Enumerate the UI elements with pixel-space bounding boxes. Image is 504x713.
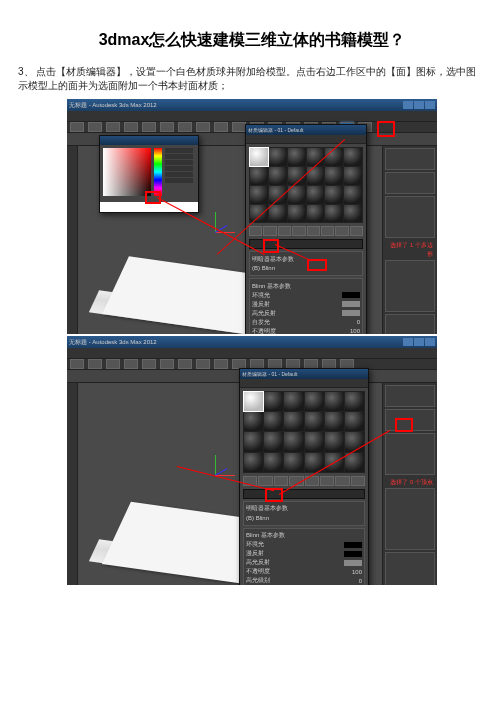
material-swatch-grid[interactable] (249, 147, 363, 223)
step-paragraph: 3、 点击【材质编辑器】，设置一个白色材质球并附加给模型。点击右边工作区中的【面… (18, 65, 486, 93)
material-editor-toolbar[interactable] (243, 476, 365, 486)
left-toolbar (67, 383, 78, 585)
selection-count: 选择了 0 个顶点 (385, 477, 435, 488)
diffuse-swatch[interactable] (342, 301, 360, 307)
window-titlebar: 无标题 - Autodesk 3ds Max 2012 (67, 336, 437, 348)
material-name-field[interactable] (243, 489, 365, 499)
page-title: 3dmax怎么快速建模三维立体的书籍模型？ (18, 30, 486, 51)
material-swatch-selected[interactable] (244, 392, 263, 411)
window-buttons (402, 338, 435, 347)
selection-count: 选择了 1 个多边形 (385, 240, 435, 260)
menubar (67, 348, 437, 359)
color-picker-title (100, 136, 198, 145)
left-toolbar (67, 146, 78, 334)
window-title: 无标题 - Autodesk 3ds Max 2012 (69, 101, 157, 110)
diffuse-swatch[interactable] (344, 551, 362, 557)
material-editor-title: 材质编辑器 - 01 - Default (246, 125, 366, 135)
window-buttons (402, 101, 435, 110)
material-editor-toolbar[interactable] (249, 226, 363, 236)
step-number: 3、 (18, 66, 34, 77)
color-preview (100, 202, 198, 212)
hue-slider[interactable] (154, 148, 162, 196)
material-editor-window[interactable]: 材质编辑器 - 01 - Default 明暗器基本参数 (B) Blinn (239, 368, 369, 585)
window-title: 无标题 - Autodesk 3ds Max 2012 (69, 338, 157, 347)
assign-material-icon[interactable] (249, 226, 262, 236)
material-editor-window[interactable]: 材质编辑器 - 01 - Default 明暗器基本参数 (B) Blinn (245, 124, 367, 334)
screenshot-2: 无标题 - Autodesk 3ds Max 2012 (67, 336, 437, 585)
color-value-fields[interactable] (165, 148, 193, 196)
step-text: 点击【材质编辑器】，设置一个白色材质球并附加给模型。点击右边工作区中的【面】图标… (18, 66, 476, 91)
material-name-field[interactable] (249, 239, 363, 249)
material-swatch-grid[interactable] (243, 391, 365, 473)
material-editor-title: 材质编辑器 - 01 - Default (240, 369, 368, 379)
material-swatch-selected[interactable] (250, 148, 268, 166)
color-picker-window[interactable] (99, 135, 199, 213)
screenshot-1: 无标题 - Autodesk 3ds Max 2012 (67, 99, 437, 334)
window-titlebar: 无标题 - Autodesk 3ds Max 2012 (67, 99, 437, 111)
assign-material-icon[interactable] (274, 476, 288, 486)
command-panel[interactable]: 选择了 1 个多边形 (382, 146, 437, 334)
menubar (67, 111, 437, 122)
color-field[interactable] (103, 148, 151, 196)
command-panel[interactable]: 选择了 0 个顶点 (382, 383, 437, 585)
